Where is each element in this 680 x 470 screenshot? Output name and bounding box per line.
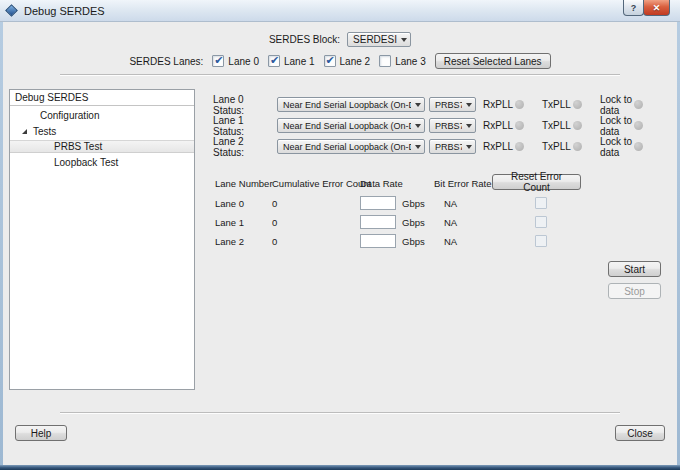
lane-cell: Lane 0 xyxy=(215,198,272,209)
table-row: Lane 0 0 Gbps NA xyxy=(215,195,593,211)
lane-2-checkbox[interactable] xyxy=(324,55,336,67)
dropdown-arrow-icon xyxy=(466,103,472,107)
start-button[interactable]: Start xyxy=(608,261,661,277)
dropdown-arrow-icon xyxy=(415,103,421,107)
txpll-led-indicator xyxy=(573,142,582,151)
gbps-unit-label: Gbps xyxy=(396,198,432,209)
lane-0-loopback-mode-select[interactable]: Near End Serial Loopback (On-Die) xyxy=(277,97,425,112)
close-button[interactable]: Close xyxy=(615,425,665,441)
data-rate-input[interactable] xyxy=(360,234,396,248)
titlebar-help-button[interactable]: ? xyxy=(623,0,644,16)
serdes-block-select[interactable]: SERDESIF_0 xyxy=(347,32,411,47)
bottom-separator xyxy=(60,412,620,414)
lane-1-loopback-mode-select[interactable]: Near End Serial Loopback (On-Die) xyxy=(277,118,425,133)
lane-cell: Lane 2 xyxy=(215,236,272,247)
lane-status-label: Lane 0 Status: xyxy=(213,94,277,116)
lane-2-loopback-mode-select[interactable]: Near End Serial Loopback (On-Die) xyxy=(277,139,425,154)
header-cumulative-error-count: Cumulative Error Count xyxy=(272,178,360,189)
serdes-block-label: SERDES Block: xyxy=(269,34,340,45)
gbps-unit-label: Gbps xyxy=(396,217,432,228)
table-row: Lane 2 0 Gbps NA xyxy=(215,233,593,249)
lock-to-data-led-indicator xyxy=(634,100,643,109)
txpll-label: TxPLL xyxy=(542,141,571,152)
dropdown-arrow-icon xyxy=(466,145,472,149)
lane-1-error-checkbox xyxy=(535,216,547,228)
dropdown-arrow-icon xyxy=(466,124,472,128)
gbps-unit-label: Gbps xyxy=(396,236,432,247)
debug-serdes-dialog: Debug SERDES ? ✕ SERDES Block: SERDESIF_… xyxy=(0,0,680,470)
tree-root-debug-serdes[interactable]: Debug SERDES xyxy=(10,90,194,106)
txpll-label: TxPLL xyxy=(542,99,571,110)
lane-1-checkbox-group[interactable]: Lane 1 xyxy=(268,55,315,67)
top-separator xyxy=(60,74,620,76)
txpll-led-indicator xyxy=(573,100,582,109)
dialog-body: SERDES Block: SERDESIF_0 SERDES Lanes: L… xyxy=(3,22,677,465)
close-icon: ✕ xyxy=(653,3,661,13)
tree-item-loopback-test[interactable]: Loopback Test xyxy=(10,156,194,169)
stop-button: Stop xyxy=(608,283,661,299)
table-row: Lane 1 0 Gbps NA xyxy=(215,214,593,230)
serdes-lanes-row: SERDES Lanes: Lane 0 Lane 1 Lane 2 Lane … xyxy=(3,53,677,69)
rxpll-led-indicator xyxy=(515,121,524,130)
lane-cell: Lane 1 xyxy=(215,217,272,228)
txpll-led-indicator xyxy=(573,121,582,130)
window-title: Debug SERDES xyxy=(24,5,105,17)
serdes-block-row: SERDES Block: SERDESIF_0 xyxy=(3,32,677,47)
dropdown-arrow-icon xyxy=(415,124,421,128)
lane-3-checkbox[interactable] xyxy=(379,55,391,67)
rxpll-led-indicator xyxy=(515,100,524,109)
tree-item-tests[interactable]: Tests xyxy=(10,125,194,138)
lane-0-pattern-select[interactable]: PRBS7 xyxy=(429,97,476,112)
lane-2-checkbox-group[interactable]: Lane 2 xyxy=(324,55,371,67)
dropdown-arrow-icon xyxy=(401,38,407,42)
lock-to-data-led-indicator xyxy=(634,142,643,151)
bit-error-rate-cell: NA xyxy=(432,217,507,228)
data-rate-input[interactable] xyxy=(360,196,396,210)
lane-0-checkbox[interactable] xyxy=(212,55,224,67)
expand-arrow-icon[interactable] xyxy=(22,129,27,134)
bit-error-rate-cell: NA xyxy=(432,198,507,209)
reset-error-count-button[interactable]: Reset Error Count xyxy=(492,174,581,190)
dropdown-arrow-icon xyxy=(415,145,421,149)
navigation-tree: Debug SERDES Configuration Tests PRBS Te… xyxy=(9,89,195,390)
lock-to-data-label: Lock to data xyxy=(600,115,634,137)
data-rate-input[interactable] xyxy=(360,215,396,229)
app-diamond-icon xyxy=(5,4,18,17)
bit-error-rate-cell: NA xyxy=(432,236,507,247)
lane-1-status-row: Lane 1 Status: Near End Serial Loopback … xyxy=(213,118,643,133)
lane-0-status-row: Lane 0 Status: Near End Serial Loopback … xyxy=(213,97,643,112)
lane-status-label: Lane 2 Status: xyxy=(213,136,277,158)
rxpll-led-indicator xyxy=(515,142,524,151)
rxpll-label: RxPLL xyxy=(483,99,513,110)
title-bar[interactable]: Debug SERDES ? ✕ xyxy=(0,0,680,22)
error-count-cell: 0 xyxy=(272,198,360,209)
lane-2-error-checkbox xyxy=(535,235,547,247)
header-lane-number: Lane Number xyxy=(215,178,272,189)
lane-2-pattern-select[interactable]: PRBS7 xyxy=(429,139,476,154)
lane-3-checkbox-group[interactable]: Lane 3 xyxy=(379,55,426,67)
error-count-cell: 0 xyxy=(272,236,360,247)
tree-item-prbs-test[interactable]: PRBS Test xyxy=(10,140,194,153)
tree-item-configuration[interactable]: Configuration xyxy=(10,109,194,122)
lane-0-checkbox-group[interactable]: Lane 0 xyxy=(212,55,259,67)
serdes-lanes-label: SERDES Lanes: xyxy=(129,56,203,67)
error-count-cell: 0 xyxy=(272,217,360,228)
txpll-label: TxPLL xyxy=(542,120,571,131)
rxpll-label: RxPLL xyxy=(483,120,513,131)
lane-1-pattern-select[interactable]: PRBS7 xyxy=(429,118,476,133)
titlebar-close-button[interactable]: ✕ xyxy=(643,0,670,16)
lock-to-data-label: Lock to data xyxy=(600,136,634,158)
lock-to-data-led-indicator xyxy=(634,121,643,130)
reset-selected-lanes-button[interactable]: Reset Selected Lanes xyxy=(435,53,551,69)
lock-to-data-label: Lock to data xyxy=(600,94,634,116)
lane-1-checkbox[interactable] xyxy=(268,55,280,67)
rxpll-label: RxPLL xyxy=(483,141,513,152)
header-data-rate: Data Rate xyxy=(360,178,434,189)
lane-status-label: Lane 1 Status: xyxy=(213,115,277,137)
help-button[interactable]: Help xyxy=(15,425,67,441)
lane-0-error-checkbox xyxy=(535,197,547,209)
lane-2-status-row: Lane 2 Status: Near End Serial Loopback … xyxy=(213,139,643,154)
question-mark-icon: ? xyxy=(631,3,637,13)
